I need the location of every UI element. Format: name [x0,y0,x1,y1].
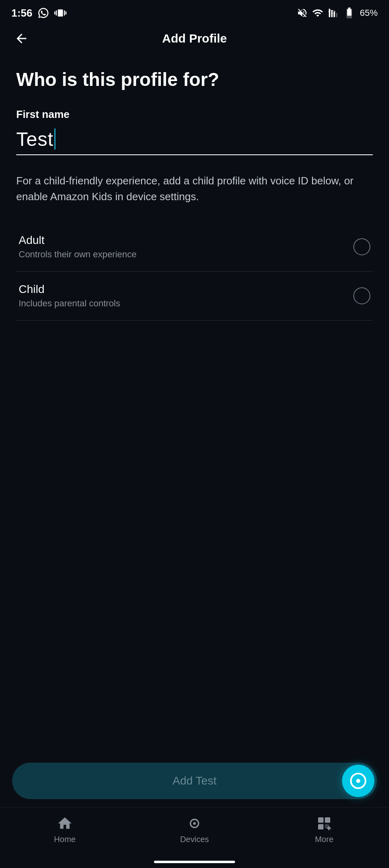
nav-item-devices[interactable]: Devices [130,811,259,848]
child-option-title: Child [19,283,120,296]
top-nav: Add Profile [0,24,389,57]
child-option[interactable]: Child Includes parental controls [16,272,373,321]
more-icon [316,815,332,832]
vibrate-icon [54,7,66,19]
status-bar: 1:56 [0,0,389,24]
wifi-icon [312,7,323,19]
main-content: Who is this profile for? First name Test… [0,57,389,537]
status-left: 1:56 [11,7,66,19]
svg-rect-10 [318,824,323,830]
info-text: For a child-friendly experience, add a c… [16,173,373,205]
add-button-label: Add Test [173,774,216,787]
status-right: 65% [297,6,378,19]
alexa-button[interactable] [342,765,374,797]
signal-icon [327,7,339,19]
svg-point-7 [193,822,196,825]
adult-option-subtitle: Controls their own experience [19,249,137,260]
text-cursor [54,128,56,150]
mute-icon [297,7,308,19]
svg-rect-8 [318,817,323,823]
child-option-subtitle: Includes parental controls [19,298,120,309]
nav-item-home[interactable]: Home [0,811,130,848]
svg-rect-2 [333,12,335,17]
home-indicator-bar [154,861,235,863]
alexa-icon [350,773,366,789]
adult-radio-circle[interactable] [353,238,370,255]
child-radio-circle[interactable] [353,287,370,304]
alexa-dot [356,779,360,783]
svg-rect-3 [336,13,338,17]
first-name-input-container[interactable]: Test [16,128,373,155]
add-profile-button[interactable]: Add Test [12,763,377,799]
child-option-text: Child Includes parental controls [19,283,120,309]
time-display: 1:56 [11,7,32,19]
battery-level: 65% [360,8,378,18]
bottom-nav: Home Devices More [0,807,389,856]
page-heading: Who is this profile for? [16,69,373,90]
svg-rect-0 [329,9,330,17]
adult-option-title: Adult [19,234,137,247]
svg-rect-9 [325,817,330,823]
devices-icon [186,815,203,832]
page-title: Add Profile [162,32,227,45]
whatsapp-icon [37,7,49,19]
nav-item-more[interactable]: More [259,811,389,848]
adult-option-text: Adult Controls their own experience [19,234,137,260]
svg-rect-4 [347,9,352,16]
svg-rect-5 [348,8,350,9]
nav-label-home: Home [54,835,75,844]
bottom-section: Add Test [0,755,389,807]
home-icon [57,815,73,832]
first-name-label: First name [16,108,373,121]
back-arrow-icon [14,31,29,46]
adult-option[interactable]: Adult Controls their own experience [16,222,373,272]
nav-label-more: More [315,835,333,844]
battery-icon [343,6,356,19]
svg-rect-1 [331,10,333,17]
back-button[interactable] [11,28,32,49]
nav-label-devices: Devices [180,835,209,844]
home-indicator [0,856,389,868]
first-name-value: Test [16,128,53,150]
